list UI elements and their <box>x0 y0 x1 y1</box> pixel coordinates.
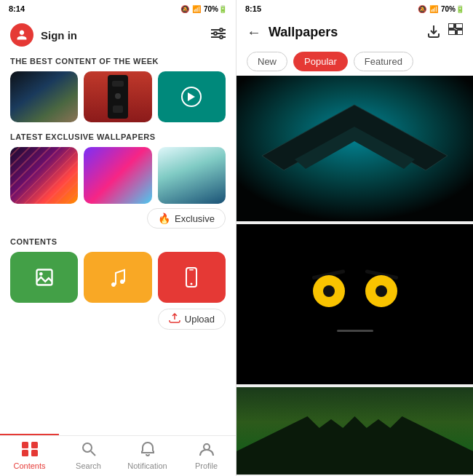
page-title: Wallpapers <box>269 25 419 40</box>
tab-new[interactable]: New <box>247 52 287 71</box>
wallpaper-thumb-1[interactable] <box>10 147 78 204</box>
sign-in-label[interactable]: Sign in <box>41 29 77 41</box>
header-left: Sign in <box>0 17 236 52</box>
exclusive-label: Exclusive <box>175 213 215 224</box>
svg-line-18 <box>91 451 95 456</box>
wallpaper-card-2[interactable] <box>236 224 473 384</box>
left-panel: 8:14 🔕 📶 70%🔋 Sign in <box>0 0 236 476</box>
download-icon[interactable] <box>426 23 441 41</box>
exclusive-row: 🔥 Exclusive <box>0 208 236 233</box>
sign-in-row[interactable]: Sign in <box>10 23 77 47</box>
image-content-card[interactable] <box>10 252 78 303</box>
nav-active-indicator <box>0 434 59 435</box>
contents-title: CONTENTS <box>0 233 236 249</box>
contents-nav-icon <box>22 442 38 460</box>
signal-icon-right: 📶 <box>429 5 438 13</box>
best-content-grid <box>0 68 236 128</box>
notification-nav-icon <box>141 442 154 460</box>
tab-featured[interactable]: Featured <box>354 52 413 71</box>
palm-silhouette <box>236 416 473 475</box>
svg-rect-21 <box>456 23 463 28</box>
angry-face <box>304 268 406 341</box>
svg-point-19 <box>204 444 210 450</box>
svg-point-5 <box>220 36 223 39</box>
best-card-2[interactable] <box>84 71 151 122</box>
svg-rect-25 <box>236 76 473 221</box>
svg-rect-20 <box>448 23 454 28</box>
best-card-1[interactable] <box>10 71 78 122</box>
wallpaper-thumbs <box>0 144 236 208</box>
best-content-title: THE BEST CONTENT OF THE WEEK <box>0 52 236 68</box>
notification-nav-label: Notification <box>127 461 167 470</box>
status-icons-left: 🔕 📶 70%🔋 <box>180 5 227 13</box>
svg-rect-16 <box>31 450 38 456</box>
wallpaper-card-3[interactable] <box>236 387 473 475</box>
contents-nav-label: Contents <box>13 461 45 470</box>
profile-nav-label: Profile <box>195 461 218 470</box>
upload-row: Upload <box>0 309 236 336</box>
signal-icon: 🔕 <box>180 5 189 13</box>
latest-wallpapers-title: LATEST EXCLUSIVE WALLPAPERS <box>0 128 236 144</box>
profile-nav-icon <box>199 442 214 460</box>
status-icons-right: 🔕 📶 70%🔋 <box>418 5 464 13</box>
svg-rect-7 <box>36 270 52 285</box>
upload-icon <box>169 313 180 325</box>
play-button[interactable] <box>181 87 202 107</box>
exclusive-button[interactable]: 🔥 Exclusive <box>147 208 226 229</box>
contents-type-grid <box>0 249 236 309</box>
tab-popular[interactable]: Popular <box>293 52 348 71</box>
time-left: 8:14 <box>9 4 25 13</box>
best-card-3[interactable] <box>158 71 226 122</box>
nav-profile[interactable]: Profile <box>177 436 236 476</box>
avatar[interactable] <box>10 23 33 47</box>
svg-point-9 <box>120 279 124 284</box>
nav-notification[interactable]: Notification <box>118 436 177 476</box>
svg-point-11 <box>191 283 193 285</box>
svg-point-4 <box>214 32 217 35</box>
filter-tabs: New Popular Featured <box>236 47 473 76</box>
search-nav-icon <box>82 442 96 460</box>
status-bar-right: 8:15 🔕 📶 70%🔋 <box>236 0 473 17</box>
eye-left <box>313 275 345 307</box>
svg-marker-6 <box>188 92 195 101</box>
upload-button[interactable]: Upload <box>158 309 226 330</box>
fire-icon: 🔥 <box>158 213 170 224</box>
wallpaper-thumb-3[interactable] <box>158 147 226 204</box>
layout-icon[interactable] <box>448 23 463 41</box>
svg-rect-15 <box>22 450 28 456</box>
svg-rect-22 <box>448 30 456 35</box>
music-content-card[interactable] <box>84 252 151 303</box>
svg-rect-13 <box>22 442 28 448</box>
status-bar-left: 8:14 🔕 📶 70%🔋 <box>0 0 236 17</box>
upload-label: Upload <box>185 314 215 325</box>
battery-icon-right: 70%🔋 <box>441 5 464 13</box>
right-panel: 8:15 🔕 📶 70%🔋 ← Wallpapers <box>236 0 473 476</box>
header-right: ← Wallpapers <box>236 17 473 47</box>
wallpaper-card-1[interactable] <box>236 76 473 221</box>
header-actions <box>426 23 463 41</box>
time-right: 8:15 <box>245 4 261 13</box>
nav-search[interactable]: Search <box>59 436 118 476</box>
mouth <box>337 330 373 332</box>
wallpaper-feed <box>236 76 473 476</box>
back-button[interactable]: ← <box>247 24 261 41</box>
nav-contents[interactable]: Contents <box>0 436 59 476</box>
svg-rect-14 <box>31 442 38 448</box>
wifi-icon: 📶 <box>192 5 201 13</box>
filter-settings-icon[interactable] <box>211 28 226 43</box>
svg-rect-23 <box>457 30 463 35</box>
eye-right <box>365 275 397 307</box>
svg-point-17 <box>83 443 92 452</box>
svg-rect-12 <box>189 269 194 271</box>
svg-point-8 <box>39 272 43 276</box>
search-nav-label: Search <box>76 461 101 470</box>
svg-point-3 <box>220 28 223 31</box>
wallpaper-thumb-2[interactable] <box>84 147 151 204</box>
phone-content-card[interactable] <box>158 252 226 303</box>
mute-icon: 🔕 <box>418 5 426 13</box>
bottom-nav: Contents Search Notification <box>0 435 236 476</box>
battery-icon: 70%🔋 <box>204 5 227 13</box>
